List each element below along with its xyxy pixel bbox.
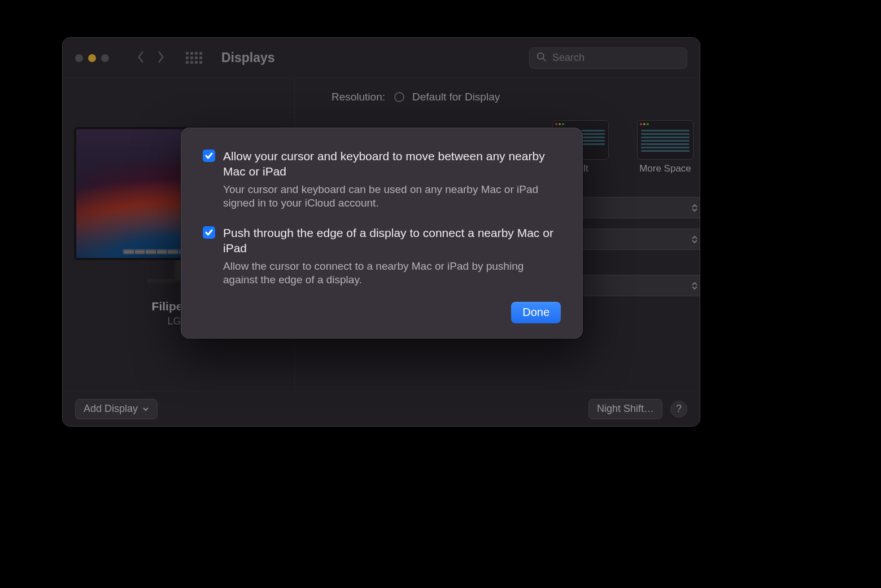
zoom-button[interactable] <box>101 54 109 62</box>
svg-point-0 <box>538 52 544 59</box>
nav-arrows <box>136 51 165 65</box>
option2-title: Push through the edge of a display to co… <box>223 225 561 256</box>
help-icon: ? <box>676 403 682 415</box>
done-button[interactable]: Done <box>511 302 561 323</box>
svg-line-1 <box>543 58 546 61</box>
resolution-label: Resolution: <box>312 91 385 103</box>
add-display-label: Add Display <box>84 403 138 415</box>
back-button[interactable] <box>136 51 145 65</box>
toolbar: Displays <box>63 38 700 78</box>
updown-icon <box>692 236 697 243</box>
search-icon <box>537 52 547 64</box>
resolution-default-label: Default for Display <box>412 91 500 103</box>
help-button[interactable]: ? <box>670 401 687 418</box>
resolution-row: Resolution: Default for Display <box>312 91 700 103</box>
window-controls <box>75 54 109 62</box>
checkbox-allow-cursor-keyboard[interactable] <box>203 150 215 162</box>
show-all-icon[interactable] <box>186 52 202 64</box>
option1-description: Your cursor and keyboard can be used on … <box>223 183 561 210</box>
checkmark-icon <box>205 229 213 236</box>
sheet-actions: Done <box>203 302 561 323</box>
add-display-button[interactable]: Add Display <box>75 399 158 419</box>
checkbox-push-through-edge[interactable] <box>203 226 215 239</box>
scaled-label-more: More Space <box>639 163 691 174</box>
option2-description: Allow the cursor to connect to a nearby … <box>223 260 561 287</box>
updown-icon <box>692 204 697 212</box>
resolution-default-radio[interactable]: Default for Display <box>394 91 500 103</box>
forward-button[interactable] <box>156 51 165 65</box>
window-footer: Add Display Night Shift… ? <box>63 391 700 426</box>
universal-control-sheet: Allow your cursor and keyboard to move b… <box>181 128 583 339</box>
window-title: Displays <box>221 50 275 65</box>
search-input[interactable] <box>552 52 683 64</box>
minimize-button[interactable] <box>88 54 96 62</box>
option1-title: Allow your cursor and keyboard to move b… <box>223 148 561 179</box>
chevron-down-icon <box>142 407 149 411</box>
night-shift-label: Night Shift… <box>597 403 654 415</box>
search-field[interactable] <box>529 47 687 69</box>
done-label: Done <box>522 306 549 318</box>
option-push-through-edge: Push through the edge of a display to co… <box>203 225 561 287</box>
scaled-thumb-more <box>637 120 694 160</box>
close-button[interactable] <box>75 54 83 62</box>
option-allow-cursor-keyboard: Allow your cursor and keyboard to move b… <box>203 148 561 210</box>
radio-icon <box>394 92 404 102</box>
scaled-option-more-space[interactable]: More Space <box>626 120 700 174</box>
night-shift-button[interactable]: Night Shift… <box>588 399 662 419</box>
checkmark-icon <box>205 152 213 159</box>
updown-icon <box>692 282 697 289</box>
